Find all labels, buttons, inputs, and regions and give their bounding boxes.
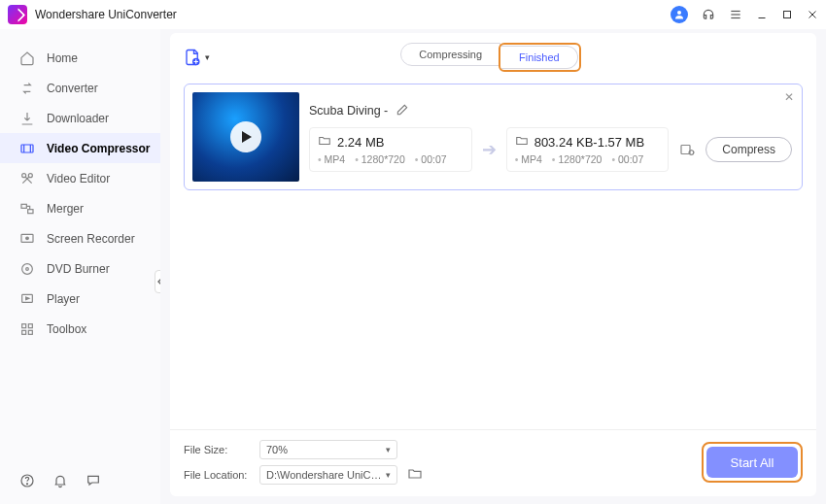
sidebar-item-label: Home [47,51,78,65]
sidebar-item-dvd-burner[interactable]: DVD Burner [0,253,160,284]
sidebar-item-merger[interactable]: Merger [0,193,160,223]
target-resolution: 1280*720 [552,153,602,165]
sidebar-item-label: Converter [47,82,98,95]
file-size-value: 70% [266,444,288,455]
svg-rect-18 [22,323,26,327]
video-thumbnail[interactable] [192,92,299,182]
source-info-box: 2.24 MB MP4 1280*720 00:07 [309,127,472,172]
svg-rect-21 [28,330,32,334]
file-size-select[interactable]: 70% ▾ [259,440,397,459]
chevron-down-icon: ▾ [205,52,210,62]
folder-icon [318,134,331,151]
add-file-icon [184,49,201,66]
tab-compressing[interactable]: Compressing [400,43,500,66]
chevron-down-icon: ▾ [386,445,391,454]
sidebar-item-label: Video Compressor [47,142,150,155]
edit-title-icon[interactable] [396,103,409,119]
start-all-button[interactable]: Start All [706,447,798,478]
target-size: 803.24 KB-1.57 MB [534,135,644,150]
headset-support-icon[interactable] [702,8,715,21]
source-format: MP4 [318,153,345,165]
svg-point-15 [22,263,33,274]
sidebar: Home Converter Downloader Video Compress… [0,29,160,504]
sidebar-item-converter[interactable]: Converter [0,73,160,103]
sidebar-item-player[interactable]: Player [0,284,160,314]
help-icon[interactable] [19,473,35,488]
sidebar-item-label: Merger [47,202,84,216]
sidebar-item-label: Toolbox [47,322,86,336]
svg-point-16 [26,267,29,270]
svg-rect-8 [21,145,33,152]
footer-bar: File Size: 70% ▾ File Location: D:\Wonde… [170,429,816,496]
svg-point-23 [26,484,27,485]
compress-button[interactable]: Compress [706,137,792,162]
dvd-burner-icon [19,261,35,277]
window-close-icon[interactable] [807,9,818,20]
feedback-icon[interactable] [86,473,101,488]
file-location-label: File Location: [184,469,250,481]
app-logo [8,5,27,24]
account-icon[interactable] [671,6,688,23]
remove-file-icon[interactable]: ✕ [784,90,794,104]
converter-icon [19,81,35,96]
title-bar: Wondershare UniConverter [0,0,826,29]
target-duration: 00:07 [611,153,643,165]
svg-point-14 [26,237,29,240]
window-minimize-icon[interactable] [756,9,768,20]
sidebar-item-toolbox[interactable]: Toolbox [0,314,160,344]
file-size-label: File Size: [184,444,250,455]
video-editor-icon [19,171,35,186]
sidebar-item-label: DVD Burner [47,262,110,276]
file-location-value: D:\Wondershare UniConverte [266,469,386,481]
sidebar-item-home[interactable]: Home [0,43,160,73]
svg-rect-11 [21,204,26,208]
svg-rect-5 [784,12,791,18]
source-size: 2.24 MB [337,135,384,150]
toolbox-icon [19,321,35,337]
merger-icon [19,201,35,217]
sidebar-item-label: Downloader [47,112,109,125]
source-duration: 00:07 [415,153,447,165]
target-format: MP4 [515,153,542,165]
svg-point-0 [677,11,681,15]
svg-rect-19 [28,323,32,327]
sidebar-item-video-editor[interactable]: Video Editor [0,163,160,193]
sidebar-item-label: Screen Recorder [47,232,135,246]
add-file-button[interactable]: ▾ [184,49,210,66]
sidebar-item-screen-recorder[interactable]: Screen Recorder [0,223,160,253]
arrow-right-icon: ➔ [482,139,497,160]
file-location-select[interactable]: D:\Wondershare UniConverte ▾ [259,465,397,485]
file-card: ✕ Scuba Diving - [184,84,803,190]
screen-recorder-icon [19,231,35,247]
svg-rect-20 [22,330,26,334]
downloader-icon [19,111,35,126]
sidebar-item-video-compressor[interactable]: Video Compressor [0,133,160,163]
menu-icon[interactable] [729,8,742,21]
tab-finished[interactable]: Finished [501,46,578,69]
app-title: Wondershare UniConverter [35,8,177,21]
player-icon [19,291,35,307]
play-icon [230,121,261,152]
target-info-box: 803.24 KB-1.57 MB MP4 1280*720 00:07 [506,127,670,172]
sidebar-item-label: Player [47,292,80,306]
sidebar-item-downloader[interactable]: Downloader [0,103,160,133]
video-compressor-icon [19,141,35,156]
main-area: ▾ Compressing Finished ✕ [160,29,826,504]
sidebar-item-label: Video Editor [47,172,110,185]
folder-icon [515,134,529,151]
window-maximize-icon[interactable] [781,9,793,20]
source-resolution: 1280*720 [355,153,405,165]
svg-rect-12 [28,209,33,213]
settings-icon[interactable] [678,141,696,158]
open-folder-icon[interactable] [407,466,423,485]
home-icon [19,50,35,66]
file-title: Scuba Diving - [309,104,388,118]
chevron-down-icon: ▾ [386,470,391,480]
notification-bell-icon[interactable] [52,473,68,488]
tab-switcher: Compressing Finished [400,43,580,72]
